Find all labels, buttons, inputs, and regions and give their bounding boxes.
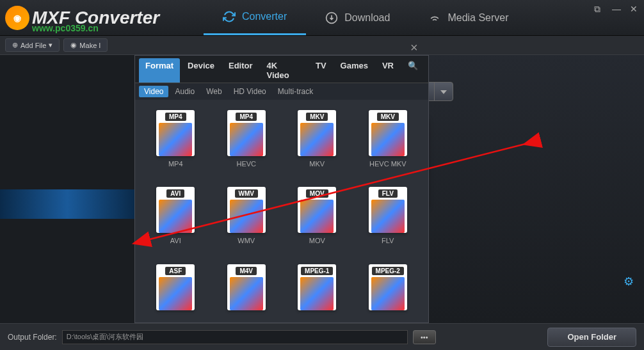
output-label: Output Folder:: [8, 333, 57, 342]
format-item-mp4[interactable]: MP4 MP4: [143, 107, 209, 179]
format-icon: MPEG-1: [298, 264, 336, 310]
format-icon: ASF: [156, 264, 195, 310]
format-badge: ASF: [165, 267, 186, 275]
popup-search-button[interactable]: 🔍: [401, 58, 424, 83]
format-badge: M4V: [236, 267, 257, 275]
format-thumb: [300, 200, 334, 233]
popup-tab-device[interactable]: Device: [181, 58, 221, 83]
format-icon: MKV: [298, 110, 336, 156]
format-icon: WMV: [227, 187, 266, 233]
settings-button[interactable]: ⚙: [624, 274, 634, 289]
logo-url: www.pc0359.cn: [32, 23, 99, 33]
format-badge: WMV: [235, 189, 258, 198]
format-item-mov[interactable]: MOV MOV: [284, 184, 350, 256]
popup-tabs: Format Device Editor 4K Video TV Games V…: [135, 56, 428, 83]
format-label: AVI: [170, 237, 181, 244]
subtab-audio[interactable]: Audio: [170, 86, 200, 97]
popup-tab-4k[interactable]: 4K Video: [261, 58, 308, 83]
minimize-button[interactable]: —: [612, 4, 621, 13]
popup-tab-format[interactable]: Format: [139, 58, 180, 83]
restore-button[interactable]: ⧉: [594, 4, 603, 13]
format-thumb: [159, 277, 192, 310]
tab-download[interactable]: Download: [306, 0, 409, 35]
format-item-mkv[interactable]: MKV MKV: [284, 107, 350, 179]
format-thumb: [159, 123, 192, 156]
format-thumb: [300, 123, 334, 156]
format-badge: FLV: [378, 189, 398, 198]
subtab-web[interactable]: Web: [201, 86, 227, 97]
format-item-hevc[interactable]: MP4 HEVC: [214, 107, 280, 179]
chevron-down-icon: [440, 90, 447, 94]
left-panel: [0, 55, 134, 323]
toolbar: ⊕ Add File ▾ ◉ Make I: [0, 36, 644, 55]
format-label: MP4: [168, 160, 183, 168]
format-item-mpeg-2[interactable]: MPEG-2: [355, 262, 421, 326]
format-icon: MP4: [227, 110, 266, 156]
logo-icon: ◉: [5, 6, 29, 30]
subtab-multitrack[interactable]: Multi-track: [273, 86, 318, 97]
format-thumb: [371, 277, 405, 310]
format-item-avi[interactable]: AVI AVI: [143, 184, 209, 256]
format-badge: AVI: [166, 189, 184, 198]
popup-tab-vr[interactable]: VR: [376, 58, 400, 83]
logo-area: ◉ MXF Converter www.pc0359.cn: [5, 6, 197, 30]
format-icon: AVI: [156, 187, 195, 233]
format-item-wmv[interactable]: WMV WMV: [214, 184, 280, 256]
format-icon: M4V: [227, 264, 266, 310]
format-label: WMV: [237, 237, 255, 244]
subtab-video[interactable]: Video: [139, 86, 168, 97]
popup-subtabs: Video Audio Web HD Video Multi-track: [135, 83, 428, 100]
format-popup: × Format Device Editor 4K Video TV Games…: [134, 55, 429, 323]
tab-converter[interactable]: Converter: [204, 0, 306, 35]
format-badge: MPEG-1: [301, 267, 333, 275]
format-label: HEVC: [236, 160, 256, 168]
format-grid: MP4 MP4 MP4 HEVC MKV MKV MKV HEVC MKV AV…: [135, 100, 428, 333]
format-icon: MP4: [156, 110, 195, 156]
format-thumb: [230, 200, 263, 233]
format-label: MOV: [309, 237, 325, 244]
format-item-asf[interactable]: ASF: [143, 262, 209, 326]
popup-tab-games[interactable]: Games: [334, 58, 374, 83]
dropdown-arrow-icon: ▾: [49, 41, 52, 49]
format-badge: MKV: [377, 113, 399, 121]
format-icon: MPEG-2: [369, 264, 407, 310]
format-badge: MP4: [236, 113, 257, 121]
format-icon: MOV: [298, 187, 336, 233]
video-thumbnail[interactable]: [0, 189, 134, 219]
format-thumb: [230, 277, 263, 310]
format-item-m4v[interactable]: M4V: [214, 262, 280, 326]
format-thumb: [371, 200, 405, 233]
format-thumb: [159, 200, 192, 233]
disc-icon: ◉: [70, 41, 77, 49]
popup-tab-tv[interactable]: TV: [309, 58, 333, 83]
format-icon: FLV: [369, 187, 407, 233]
subtab-hd[interactable]: HD Video: [229, 86, 271, 97]
format-label: MKV: [309, 160, 325, 168]
wifi-icon: [428, 12, 441, 24]
refresh-icon: [223, 10, 236, 23]
format-badge: MP4: [165, 113, 186, 121]
format-label: HEVC MKV: [369, 160, 406, 168]
close-button[interactable]: ✕: [630, 4, 639, 13]
format-label: FLV: [382, 237, 394, 244]
main-tabs: Converter Download Media Server: [204, 0, 528, 35]
titlebar: ◉ MXF Converter www.pc0359.cn Converter …: [0, 0, 644, 36]
popup-tab-editor[interactable]: Editor: [222, 58, 259, 83]
format-thumb: [371, 123, 405, 156]
format-item-mpeg-1[interactable]: MPEG-1: [284, 262, 350, 326]
make-button[interactable]: ◉ Make I: [63, 38, 108, 52]
open-folder-button[interactable]: Open Folder: [547, 328, 636, 347]
popup-close-button[interactable]: ×: [410, 40, 423, 53]
plus-icon: ⊕: [12, 41, 18, 49]
format-thumb: [230, 123, 263, 156]
content-area: × Format Device Editor 4K Video TV Games…: [0, 55, 644, 323]
format-badge: MKV: [306, 113, 328, 121]
add-file-button[interactable]: ⊕ Add File ▾: [5, 38, 60, 52]
window-controls: ⧉ — ✕: [594, 4, 639, 13]
format-thumb: [300, 277, 334, 310]
format-item-flv[interactable]: FLV FLV: [355, 184, 421, 256]
format-item-hevc-mkv[interactable]: MKV HEVC MKV: [355, 107, 421, 179]
download-icon: [325, 12, 338, 24]
format-badge: MPEG-2: [372, 267, 404, 275]
tab-media-server[interactable]: Media Server: [409, 0, 527, 35]
